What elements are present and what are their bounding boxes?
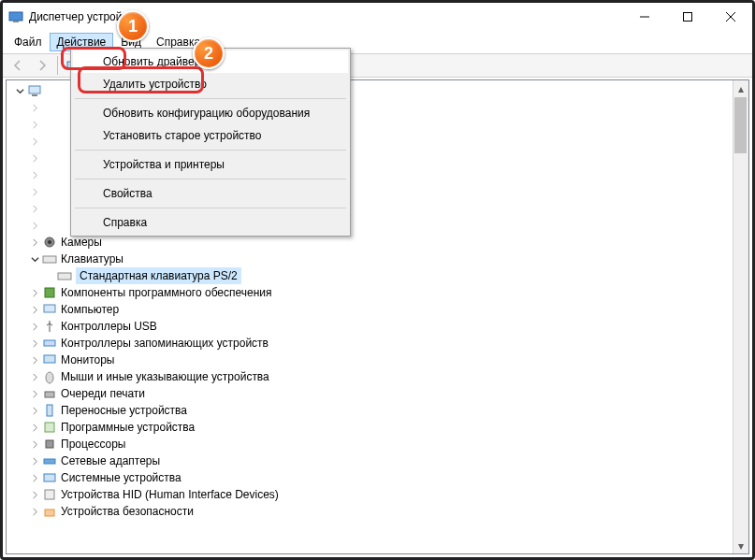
tree-item-print-queues[interactable]: Очереди печати — [8, 385, 748, 402]
computer-icon — [42, 302, 57, 317]
chevron-down-icon[interactable] — [12, 83, 27, 98]
svg-rect-23 — [46, 440, 53, 448]
menu-separator — [75, 208, 346, 208]
chevron-right-icon[interactable] — [27, 100, 42, 115]
tree-item-network[interactable]: Сетевые адаптеры — [8, 452, 748, 469]
usb-icon — [42, 319, 57, 334]
close-button[interactable] — [709, 3, 752, 31]
action-menu-dropdown: Обновить драйвер Удалить устройство Обно… — [70, 48, 351, 237]
svg-rect-17 — [44, 340, 55, 346]
callout-badge-2: 2 — [193, 37, 225, 69]
svg-rect-27 — [45, 510, 54, 516]
window-controls — [623, 3, 752, 31]
minimize-button[interactable] — [623, 3, 666, 31]
mouse-icon — [42, 369, 57, 384]
tree-item-storage[interactable]: Контроллеры запоминающих устройств — [8, 335, 748, 352]
chevron-right-icon[interactable] — [27, 134, 42, 149]
menu-help[interactable]: Справка — [73, 211, 348, 234]
chevron-right-icon[interactable] — [27, 437, 42, 452]
device-manager-window: Диспетчер устройств Файл Действие Вид Сп… — [0, 0, 755, 560]
chevron-right-icon[interactable] — [27, 184, 42, 199]
menu-separator — [75, 98, 346, 99]
chevron-right-icon[interactable] — [27, 504, 42, 519]
system-icon — [42, 470, 57, 485]
printer-icon — [42, 386, 57, 401]
menu-file[interactable]: Файл — [7, 33, 50, 51]
chevron-right-icon[interactable] — [27, 386, 42, 401]
tree-item-computer[interactable]: Компьютер — [8, 301, 748, 318]
chevron-right-icon[interactable] — [27, 117, 42, 132]
svg-rect-7 — [29, 86, 40, 93]
svg-rect-11 — [43, 256, 56, 263]
maximize-button[interactable] — [666, 3, 709, 31]
computer-icon — [27, 83, 42, 98]
chevron-right-icon[interactable] — [27, 218, 42, 233]
svg-rect-22 — [45, 423, 54, 432]
tree-item-ps2-keyboard[interactable]: Стандартная клавиатура PS/2 — [8, 267, 748, 284]
svg-rect-3 — [684, 13, 692, 22]
chevron-right-icon[interactable] — [27, 420, 42, 435]
scroll-up-arrow[interactable]: ▴ — [733, 80, 748, 96]
menu-separator — [75, 150, 346, 151]
chevron-right-icon[interactable] — [27, 487, 42, 502]
scroll-thumb[interactable] — [734, 97, 747, 153]
menu-properties[interactable]: Свойства — [73, 182, 348, 205]
menu-scan-hardware[interactable]: Обновить конфигурацию оборудования — [73, 102, 348, 124]
cpu-icon — [42, 437, 57, 452]
app-icon — [8, 9, 23, 24]
chevron-right-icon[interactable] — [27, 336, 42, 351]
network-icon — [42, 453, 57, 468]
chevron-right-icon[interactable] — [27, 151, 42, 165]
chevron-right-icon[interactable] — [27, 319, 42, 334]
tb-forward[interactable] — [31, 55, 53, 76]
tree-item-hid[interactable]: Устройства HID (Human Interface Devices) — [8, 486, 748, 503]
chevron-right-icon[interactable] — [27, 235, 42, 250]
menu-uninstall-device[interactable]: Удалить устройство — [73, 73, 348, 95]
svg-rect-8 — [32, 94, 37, 96]
tree-item-portable[interactable]: Переносные устройства — [8, 402, 748, 419]
tree-item-keyboards[interactable]: Клавиатуры — [8, 251, 748, 267]
vertical-scrollbar[interactable]: ▴ ▾ — [733, 80, 748, 553]
chevron-right-icon[interactable] — [27, 201, 42, 216]
chevron-right-icon[interactable] — [27, 352, 42, 367]
menu-add-legacy[interactable]: Установить старое устройство — [73, 124, 348, 147]
tree-item-usb[interactable]: Контроллеры USB — [8, 318, 748, 335]
chevron-right-icon[interactable] — [27, 167, 42, 182]
tree-item-security[interactable]: Устройства безопасности — [8, 503, 748, 520]
svg-rect-16 — [44, 305, 55, 312]
chevron-right-icon[interactable] — [27, 369, 42, 384]
svg-point-10 — [48, 240, 51, 244]
device-icon — [42, 134, 57, 149]
chevron-right-icon[interactable] — [27, 285, 42, 300]
chevron-right-icon[interactable] — [27, 470, 42, 485]
svg-rect-1 — [13, 21, 19, 22]
tree-item-system[interactable]: Системные устройства — [8, 469, 748, 486]
titlebar: Диспетчер устройств — [3, 3, 752, 31]
tree-item-software-components[interactable]: Компоненты программного обеспечения — [8, 284, 748, 301]
chevron-right-icon[interactable] — [27, 403, 42, 418]
scroll-down-arrow[interactable]: ▾ — [733, 538, 748, 553]
device-icon — [42, 184, 57, 199]
device-icon — [42, 117, 57, 132]
component-icon — [42, 285, 57, 300]
svg-rect-15 — [45, 288, 54, 297]
portable-icon — [42, 403, 57, 418]
svg-rect-18 — [44, 355, 55, 363]
keyboard-icon — [57, 268, 72, 283]
device-icon — [42, 100, 57, 115]
chevron-right-icon[interactable] — [27, 302, 42, 317]
security-icon — [42, 504, 57, 519]
tree-item-firmware[interactable]: Программные устройства — [8, 419, 748, 436]
tree-item-processors[interactable]: Процессоры — [8, 436, 748, 452]
tree-item-monitors[interactable]: Мониторы — [8, 352, 748, 368]
monitor-icon — [42, 352, 57, 367]
device-icon — [42, 167, 57, 182]
chevron-right-icon[interactable] — [27, 453, 42, 468]
menu-separator — [75, 179, 346, 179]
tree-item-mice[interactable]: Мыши и иные указывающие устройства — [8, 368, 748, 385]
menu-devices-printers[interactable]: Устройства и принтеры — [73, 153, 348, 176]
chevron-down-icon[interactable] — [27, 251, 42, 266]
firmware-icon — [42, 420, 57, 435]
camera-icon — [42, 235, 57, 250]
tb-back[interactable] — [7, 55, 29, 76]
